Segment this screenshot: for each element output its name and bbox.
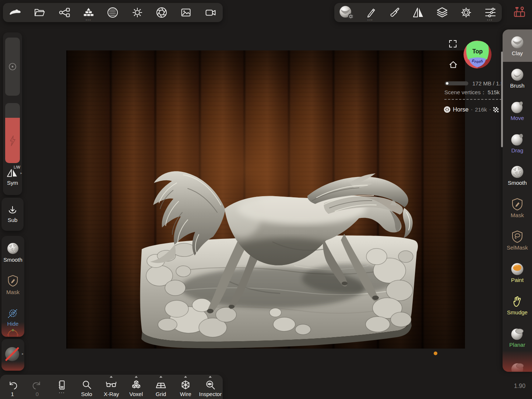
brush-settings-panel: L/W ▸ Sym [3, 32, 22, 195]
paint-sphere-icon [510, 262, 524, 276]
solo-magnifier-icon [81, 379, 92, 391]
material-button[interactable] [338, 3, 355, 22]
separator-dot: · [489, 106, 491, 113]
quick-hide-button[interactable]: Hide [1, 301, 24, 333]
stroke-button[interactable]: ... [362, 3, 378, 22]
xray-button[interactable]: X-Ray [99, 375, 123, 399]
checker-icon [493, 107, 498, 112]
mask-shield-icon [7, 274, 19, 287]
toolbox-button[interactable] [512, 5, 527, 20]
home-view-button[interactable] [448, 60, 458, 69]
camera-button[interactable] [202, 3, 219, 22]
tool-label: Move [511, 115, 524, 121]
layers-icon [436, 6, 448, 19]
undo-count: 1 [11, 391, 14, 397]
files-button[interactable] [31, 3, 47, 22]
app-logo-button[interactable] [7, 3, 23, 22]
tool-label: Smooth [508, 180, 527, 186]
mirror-icon [412, 6, 424, 19]
radius-slider[interactable] [5, 38, 20, 96]
tool-label: Smudge [507, 310, 528, 315]
fullscreen-icon [448, 39, 457, 48]
object-name: Horse [453, 106, 469, 113]
material-off-panel: ▸ [1, 339, 24, 371]
sub-label: Sub [8, 217, 18, 223]
tool-label: Brush [510, 83, 524, 89]
intensity-slider[interactable] [5, 103, 20, 163]
subdivide-button[interactable]: Sub [1, 198, 24, 231]
solo-button[interactable]: Solo [75, 375, 98, 399]
horse-sculpture[interactable] [66, 50, 465, 349]
panel-scroll-fade [1, 361, 24, 371]
orientation-gizmo[interactable]: Top Front [463, 40, 492, 71]
separator-dot: · [471, 106, 473, 113]
lighting-button[interactable] [129, 3, 145, 22]
sub-arrow-icon [7, 206, 18, 215]
interface-sliders-button[interactable]: ... [482, 3, 498, 22]
sym-label: Sym [3, 180, 22, 186]
layers-bake-button[interactable]: ... [80, 3, 96, 22]
viewport-canvas[interactable] [66, 50, 465, 349]
grid-button[interactable]: Grid [149, 375, 173, 399]
tool-smudge[interactable]: Smudge [503, 289, 532, 321]
fullscreen-button[interactable] [448, 39, 457, 48]
tool-selmask[interactable]: SelMask [503, 224, 532, 256]
quick-smooth-button[interactable]: Smooth [1, 236, 24, 268]
history-button[interactable]: ... [50, 375, 74, 399]
object-row[interactable]: Horse · 216k · [444, 106, 498, 113]
tool-label: Drag [511, 148, 524, 153]
tool-paint[interactable]: Paint [503, 256, 532, 289]
tool-move[interactable]: Move [503, 94, 532, 127]
tool-smooth[interactable]: Smooth [503, 159, 532, 191]
tool-planar[interactable]: Planar [503, 321, 532, 353]
scene-graph-button[interactable] [56, 3, 72, 22]
paint-settings-button[interactable] [386, 3, 402, 22]
settings-button[interactable] [458, 3, 474, 22]
topology-button[interactable] [105, 3, 121, 22]
solo-label: Solo [81, 391, 92, 397]
background-image-button[interactable] [178, 3, 194, 22]
sidebar-scrollbar[interactable] [501, 52, 503, 147]
no-material-sphere-icon[interactable] [4, 346, 20, 362]
expand-arrow-icon: ▸ [20, 172, 22, 175]
inspector-button[interactable]: Inspector [198, 375, 222, 399]
wire-button[interactable]: Wire [174, 375, 197, 399]
layers-button[interactable] [434, 3, 450, 22]
memory-bar [445, 81, 468, 85]
inspector-label: Inspector [199, 391, 222, 397]
flatten-sphere-icon [510, 361, 525, 372]
undo-button[interactable]: 1 [1, 375, 24, 399]
redo-button[interactable]: 0 [25, 375, 49, 399]
aperture-icon [155, 6, 168, 19]
symmetry-button[interactable] [410, 3, 426, 22]
expand-arrow-icon: ▸ [22, 352, 24, 356]
voxel-button[interactable]: Voxel [124, 375, 148, 399]
caret-up-icon [209, 376, 212, 378]
hide-label: Hide [7, 321, 19, 327]
tool-clay[interactable]: Clay [503, 29, 532, 62]
scene-vertices-row: Scene vertices： 515k [444, 89, 500, 96]
caret-up-icon [159, 376, 162, 378]
top-left-toolbar: ... [3, 3, 223, 22]
tool-flatten-partial[interactable] [510, 361, 525, 372]
gizmo-tool-icon[interactable] [7, 329, 19, 337]
tool-mask[interactable]: Mask [503, 191, 532, 224]
redo-count: 0 [36, 391, 39, 397]
node-graph-icon [58, 6, 70, 19]
postprocess-button[interactable] [154, 3, 170, 22]
smooth-sphere-icon [510, 165, 524, 179]
wire-label: Wire [180, 391, 191, 397]
quick-mask-button[interactable]: Mask [1, 268, 24, 301]
gizmo-sphere: Top Front [463, 40, 492, 69]
symmetry-toggle[interactable]: L/W ▸ Sym [3, 168, 22, 194]
sub-panel: Sub [1, 198, 24, 231]
matcap-sphere-icon [106, 6, 119, 19]
sun-icon [131, 6, 144, 19]
tool-brush[interactable]: Brush [503, 62, 532, 94]
move-sphere-icon [510, 100, 524, 114]
paintbrush-icon [388, 6, 401, 19]
memory-bar-fill [446, 82, 448, 85]
sym-mirror-icon [6, 169, 18, 177]
pressure-indicator-dot [434, 352, 437, 355]
tool-drag[interactable]: Drag [503, 127, 532, 159]
